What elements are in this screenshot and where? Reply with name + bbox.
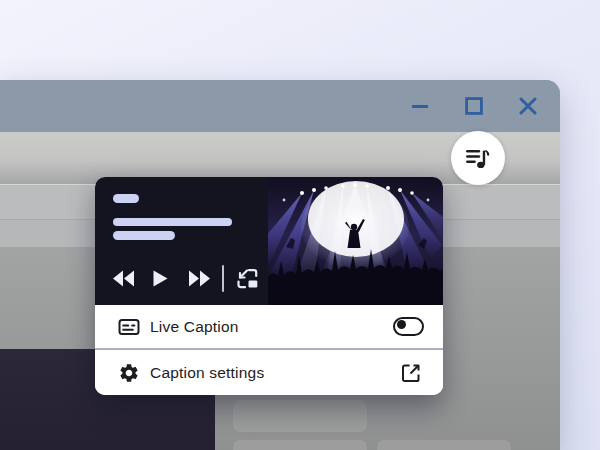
settings-gear-icon <box>118 362 140 384</box>
media-controls-button[interactable] <box>451 131 505 185</box>
album-artwork-concert-photo <box>268 177 443 305</box>
concert-stage-image <box>268 177 443 305</box>
title-placeholder-bar <box>113 218 232 226</box>
now-playing-panel <box>95 177 268 305</box>
maximize-icon[interactable] <box>465 97 483 115</box>
page-skeleton-block <box>233 400 367 432</box>
live-caption-toggle[interactable] <box>393 317 424 336</box>
live-caption-row[interactable]: Live Caption <box>95 305 443 348</box>
live-caption-icon <box>118 316 140 338</box>
toggle-thumb <box>397 320 406 329</box>
picture-in-picture-icon[interactable] <box>235 267 260 290</box>
window-controls <box>411 80 537 132</box>
desktop-background: Live Caption Caption settings <box>0 0 600 450</box>
live-caption-label: Live Caption <box>150 318 239 336</box>
controls-divider <box>222 265 224 292</box>
title-placeholder-bar <box>113 231 175 240</box>
caption-settings-row[interactable]: Caption settings <box>95 350 443 395</box>
previous-track-icon[interactable] <box>113 270 135 287</box>
window-titlebar <box>0 80 560 132</box>
page-skeleton-block <box>377 440 511 450</box>
caption-settings-label: Caption settings <box>150 364 264 382</box>
open-in-new-icon <box>400 362 422 384</box>
now-playing-card <box>95 177 443 305</box>
page-skeleton-block <box>233 440 367 450</box>
next-track-icon[interactable] <box>188 270 210 287</box>
transport-controls <box>113 265 260 292</box>
play-icon[interactable] <box>153 270 168 287</box>
title-placeholder-bar <box>113 194 139 203</box>
media-controls-popup: Live Caption Caption settings <box>95 177 443 395</box>
music-playlist-icon <box>465 145 491 171</box>
close-icon[interactable] <box>519 97 537 115</box>
minimize-icon[interactable] <box>411 97 429 115</box>
